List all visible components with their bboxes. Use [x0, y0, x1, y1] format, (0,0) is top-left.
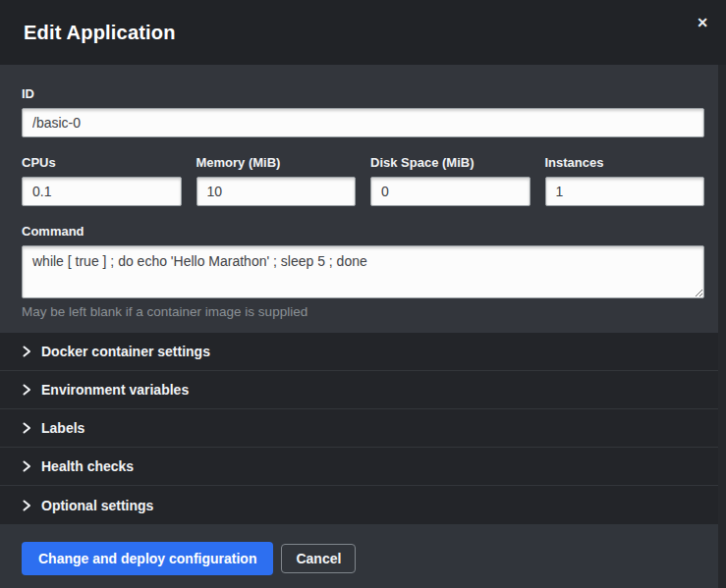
cancel-button[interactable]: Cancel	[281, 544, 356, 573]
edit-application-modal: Edit Application ✕ ID CPUs Memory (MiB) …	[0, 0, 726, 588]
resources-row: CPUs Memory (MiB) Disk Space (MiB) Insta…	[22, 155, 704, 206]
accordion-sections: Docker container settings Environment va…	[0, 333, 726, 524]
memory-input[interactable]	[196, 177, 357, 206]
command-textarea[interactable]: while [ true ] ; do echo 'Hello Marathon…	[22, 245, 704, 298]
id-label: ID	[22, 86, 704, 101]
section-label: Labels	[41, 420, 84, 436]
cpus-field-group: CPUs	[22, 155, 182, 206]
memory-label: Memory (MiB)	[196, 155, 357, 170]
disk-label: Disk Space (MiB)	[370, 155, 531, 170]
chevron-right-icon	[22, 500, 31, 511]
chevron-right-icon	[22, 346, 31, 357]
section-label: Optional settings	[41, 498, 153, 513]
memory-field-group: Memory (MiB)	[196, 155, 357, 206]
section-optional-settings[interactable]: Optional settings	[0, 486, 726, 524]
instances-input[interactable]	[545, 177, 705, 206]
chevron-right-icon	[22, 384, 31, 396]
instances-field-group: Instances	[545, 155, 705, 206]
close-icon[interactable]: ✕	[693, 14, 712, 31]
section-labels[interactable]: Labels	[0, 409, 726, 448]
command-label: Command	[22, 224, 704, 239]
section-environment-variables[interactable]: Environment variables	[0, 371, 726, 409]
cpus-input[interactable]	[22, 177, 182, 206]
chevron-right-icon	[22, 460, 31, 472]
command-field-group: Command while [ true ] ; do echo 'Hello …	[22, 224, 704, 320]
modal-footer: Change and deploy configuration Cancel	[0, 524, 726, 588]
section-docker-container-settings[interactable]: Docker container settings	[0, 333, 726, 371]
chevron-right-icon	[22, 422, 31, 434]
cpus-label: CPUs	[22, 155, 182, 170]
scrollbar-track[interactable]	[718, 65, 726, 588]
modal-title: Edit Application	[24, 22, 176, 44]
modal-body: ID CPUs Memory (MiB) Disk Space (MiB) In…	[0, 65, 726, 320]
instances-label: Instances	[545, 155, 705, 170]
section-label: Environment variables	[41, 382, 189, 398]
modal-header: Edit Application ✕	[0, 0, 726, 65]
section-label: Docker container settings	[41, 344, 210, 359]
section-health-checks[interactable]: Health checks	[0, 448, 726, 486]
section-label: Health checks	[41, 458, 134, 474]
id-input[interactable]	[22, 108, 704, 137]
disk-field-group: Disk Space (MiB)	[370, 155, 531, 206]
command-help-text: May be left blank if a container image i…	[22, 303, 704, 320]
change-and-deploy-button[interactable]: Change and deploy configuration	[22, 542, 273, 575]
id-field-group: ID	[22, 86, 704, 137]
disk-input[interactable]	[370, 177, 531, 206]
